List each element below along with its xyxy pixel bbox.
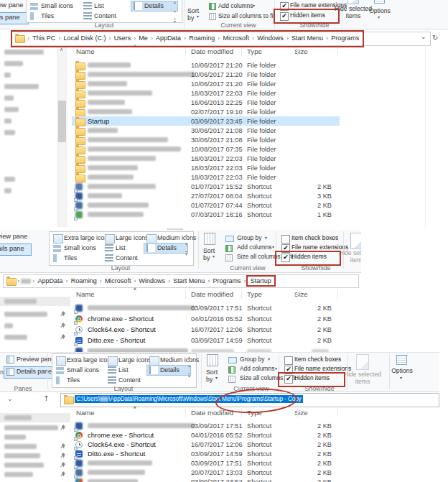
details-pane-button[interactable]: Details pane [0,245,24,253]
layout-scroll-down-icon[interactable]: ▾ [188,364,190,369]
sort-by-button[interactable]: by [187,14,194,22]
file-row[interactable]: ↗Ditto.exe - Shortcut03/09/2017 14:59Sho… [72,449,340,458]
preview-pane-button[interactable]: Preview pane [0,1,23,9]
file-row[interactable]: 10/06/2017 21:20File folder [72,79,340,88]
address-dropdown-icon[interactable]: ⌄ [421,33,426,40]
file-row[interactable]: 02/07/2017 19:10File folder [72,107,340,116]
view-option-small-icons[interactable]: Small icons [41,2,73,9]
file-row[interactable]: 10/06/2017 21:20File folder [72,60,340,70]
file-row[interactable]: ↗01/07/2017 07:44Shortcut2 KB [72,200,340,210]
layout-scroll-down-icon[interactable]: ▾ [174,9,176,14]
file-row[interactable]: ↗03/09/2017 17:51Shortcut2 KB [72,458,340,468]
file-row[interactable]: 10/08/2017 07:35File folder [72,144,340,154]
column-header[interactable]: Type [247,290,262,298]
preview-pane-button[interactable]: Preview pane [17,356,55,363]
view-option-extra-large-icons[interactable]: Extra large icons [67,356,114,363]
column-header[interactable]: Size [294,290,325,298]
file-row[interactable]: ↗03/09/2017 17:51Shortcut2 KB [72,421,340,430]
file-row[interactable]: 18/03/2017 22:03File folder [72,172,340,182]
item-check-boxes-checkbox[interactable] [281,235,290,244]
file-row[interactable]: ↗Clock64.exe - Shortcut16/07/2017 12:06S… [72,325,340,335]
hide-selected-items-button[interactable]: items [341,379,384,386]
breadcrumb-item[interactable]: Startup [248,277,274,285]
nav-pane-item[interactable] [0,333,70,342]
view-option-small-icons[interactable]: Small icons [67,366,99,374]
file-row[interactable]: 18/03/2017 22:03File folder [72,163,340,172]
back-history-icon[interactable]: ⌄ [7,395,13,402]
view-option-content[interactable]: Content [118,376,141,384]
column-header[interactable]: Date modified [191,47,233,55]
column-header[interactable]: Type [247,47,262,55]
details-pane-button[interactable]: Details pane [0,14,20,22]
file-row[interactable]: 30/06/2017 21:08File folder [72,126,340,135]
view-option-medium-icons[interactable]: Medium icons [157,234,196,241]
file-row[interactable]: Startup03/09/2017 23:45File folder [72,116,340,126]
file-row[interactable]: ↗Clock64.exe - Shortcut16/07/2017 12:06S… [72,440,340,449]
options-button[interactable]: Options [388,368,416,375]
file-row[interactable]: ↗chrome.exe - Shortcut04/01/2016 05:52Sh… [72,314,340,325]
file-row[interactable]: 30/06/2017 21:08File folder [72,135,340,144]
nav-pane-item[interactable] [0,470,70,479]
file-row[interactable]: ↗20/07/2017 13:03Shortcut2 KB [72,468,340,477]
size-all-columns-button[interactable]: Size all columns to fit [218,13,275,20]
view-option-details[interactable]: Details [157,244,177,251]
nav-pane-item[interactable] [0,310,70,319]
view-option-extra-large-icons[interactable]: Extra large icons [64,234,111,241]
options-button[interactable]: Options [365,8,394,15]
preview-pane-button[interactable]: Preview pane [0,233,27,241]
column-header[interactable]: Name [76,290,95,298]
nav-scrollbar-thumb[interactable] [58,101,66,142]
sort-by-button[interactable]: by [203,254,210,261]
layout-more-icon[interactable]: ▾ [174,19,176,24]
file-row[interactable]: 10/06/2017 21:20File folder [72,70,340,79]
up-directory-icon[interactable]: ↑ [43,394,49,403]
column-header[interactable]: Size [294,409,325,417]
view-option-list[interactable]: List [94,2,104,9]
nav-pane-item[interactable] [0,460,70,470]
breadcrumb-item[interactable]: Microsoft [103,277,133,284]
view-option-medium-icons[interactable]: Medium icons [160,356,199,363]
nav-pane-item[interactable] [0,432,70,442]
breadcrumb-item[interactable]: Start Menu [172,277,206,284]
scrollbar-up-icon[interactable]: ∧ [60,47,63,52]
details-pane-button[interactable]: Details pane [17,368,52,375]
file-row[interactable]: 18/03/2017 22:03File folder [72,88,340,98]
file-row[interactable]: ↗03/09/2017 23:52Shortcut2 KB [72,477,340,482]
group-by-button[interactable]: Group by [240,356,264,363]
nav-pane-item[interactable] [0,442,70,451]
file-row[interactable]: 18/03/2017 22:03File folder [72,154,340,163]
column-header[interactable]: Name [76,47,95,55]
nav-pane-item[interactable] [0,423,70,432]
layout-more-icon[interactable]: ▾ [185,251,187,257]
view-option-tiles[interactable]: Tiles [41,12,54,19]
sort-by-button[interactable]: by [206,376,213,383]
layout-scroll-up-icon[interactable]: ▴ [174,0,176,5]
group-by-button[interactable]: Group by [237,235,261,242]
file-row[interactable]: ↗03/09/2017 17:51Shortcut2 KB [72,303,340,314]
breadcrumb-item[interactable]: AppData [36,277,64,284]
breadcrumb-item[interactable]: Roaming [70,277,98,284]
view-option-details[interactable]: Details [160,366,179,374]
nav-pane-item[interactable] [0,451,70,460]
nav-pane-item[interactable] [0,297,70,306]
layout-scroll-up-icon[interactable]: ▴ [188,355,190,360]
breadcrumb-item[interactable]: Programs [212,277,243,284]
view-option-content[interactable]: Content [94,12,116,19]
file-row[interactable]: ↗Ditto.exe - Shortcut03/09/2017 14:59Sho… [72,335,340,346]
column-header[interactable]: Date modified [191,290,233,298]
view-option-large-icons[interactable]: Large icons [116,234,148,241]
column-header[interactable]: Size [294,47,325,55]
view-option-list[interactable]: List [116,244,126,251]
file-row[interactable]: 16/06/2013 22:25File folder [72,98,340,107]
breadcrumb-item[interactable]: Windows [138,277,167,284]
add-columns-button[interactable]: Add columns [237,244,271,251]
refresh-icon[interactable]: ↻ [432,34,438,42]
file-row[interactable]: ↗27/07/2017 08:04Shortcut3 KB [72,191,340,200]
file-row[interactable]: ↗07/03/2017 18:16Shortcut1 KB [72,210,340,219]
view-option-list[interactable]: List [118,366,129,374]
view-option-content[interactable]: Content [116,254,138,261]
add-columns-button[interactable]: Add columns [240,366,274,373]
layout-more-icon[interactable]: ▾ [188,374,190,379]
file-row[interactable]: ↗01/07/2017 15:52Shortcut2 KB [72,182,340,191]
layout-scroll-up-icon[interactable]: ▴ [185,233,187,238]
